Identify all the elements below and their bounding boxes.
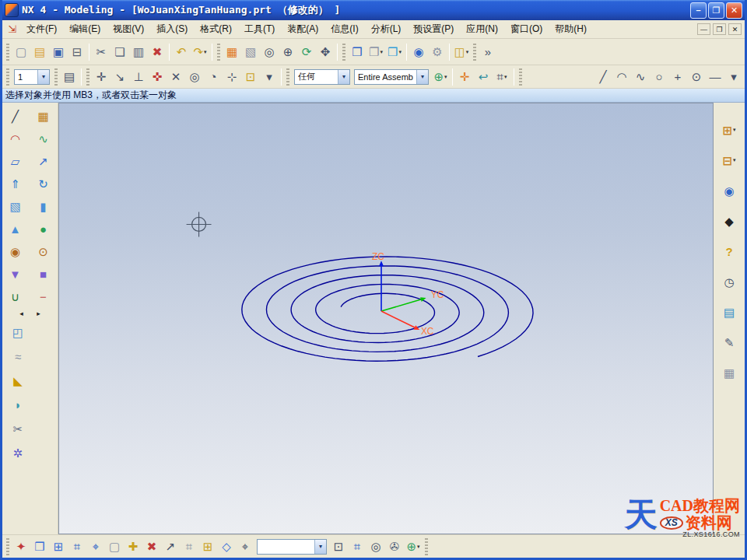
paste-icon[interactable]: ▥ xyxy=(129,43,148,61)
arc-tool-icon[interactable]: ◠ xyxy=(612,68,631,86)
open-file-icon[interactable]: ▤ xyxy=(30,43,49,61)
display-mode-icon[interactable]: ⊞ xyxy=(49,537,68,556)
toolbar-drag-handle[interactable] xyxy=(473,44,476,61)
assembly-navigator-icon[interactable]: ⊞▾ xyxy=(719,120,739,140)
grid-snap-icon[interactable]: ⌗ xyxy=(348,537,366,556)
trim-body-icon[interactable]: ✂ xyxy=(9,419,27,438)
chamfer-icon[interactable]: ◣ xyxy=(9,371,27,390)
dropdown-arrow-icon[interactable]: ▾ xyxy=(380,49,383,55)
mdi-minimize-button[interactable]: — xyxy=(697,23,710,35)
delete-object-icon[interactable]: ✖ xyxy=(142,537,161,556)
document-icon[interactable]: ⇲ xyxy=(5,23,19,37)
graphics-viewport[interactable]: ZCYCXC xyxy=(58,103,714,534)
revolve-icon[interactable]: ↻ xyxy=(33,173,54,194)
help-icon[interactable]: ? xyxy=(719,241,739,261)
orient-view-icon[interactable]: ❒▾ xyxy=(385,43,404,61)
pad-icon[interactable]: ■ xyxy=(33,264,54,284)
expand-icon[interactable]: ⊕▾ xyxy=(404,537,423,556)
toolbar-drag-handle[interactable] xyxy=(217,44,220,61)
chevron-down-icon[interactable]: ▾ xyxy=(416,70,428,84)
selection-scope-combobox[interactable]: Entire Assemb ▾ xyxy=(354,69,429,85)
polyline-tool-icon[interactable]: — xyxy=(706,68,724,86)
snap-more-icon[interactable]: ▾ xyxy=(260,68,279,86)
command-finder-icon[interactable]: ⌗▾ xyxy=(493,68,511,86)
subtract-icon[interactable]: − xyxy=(33,286,54,306)
unblank-icon[interactable]: ✚ xyxy=(124,537,142,556)
chevron-down-icon[interactable]: ▾ xyxy=(338,70,349,84)
titlebar[interactable]: NX 4 - Modeling - [WoJuanXingTanHuang.pr… xyxy=(2,0,745,20)
toolbar-drag-handle[interactable] xyxy=(519,68,522,86)
circle-tool-icon[interactable]: ○ xyxy=(650,68,668,86)
snap-point-icon[interactable]: ✛ xyxy=(92,68,110,86)
cut-icon[interactable]: ✂ xyxy=(92,43,110,61)
snap-existing-point-icon[interactable]: ⊹ xyxy=(223,68,241,86)
toolbar-drag-handle[interactable] xyxy=(54,68,58,86)
journal-icon[interactable]: ✎ xyxy=(719,332,739,352)
save-icon[interactable]: ▣ xyxy=(49,43,68,61)
history-icon[interactable]: ◷ xyxy=(719,271,739,292)
dropdown-arrow-icon[interactable]: ▾ xyxy=(444,74,447,80)
boss-icon[interactable]: ⊙ xyxy=(33,241,54,261)
shell-icon[interactable]: ◰ xyxy=(9,323,27,341)
snap-control-point-icon[interactable]: ✜ xyxy=(148,68,167,86)
shaded-view-icon[interactable]: ❒ xyxy=(348,43,366,61)
menu-window[interactable]: 窗口(O) xyxy=(504,20,549,38)
toolbar-handle[interactable] xyxy=(6,68,9,86)
more-commands-icon[interactable]: » xyxy=(479,43,497,61)
toolbar-drag-handle[interactable] xyxy=(286,68,289,86)
menu-edit[interactable]: 编辑(E) xyxy=(63,20,107,38)
information-window-icon[interactable]: ▤ xyxy=(719,302,739,322)
menu-tools[interactable]: 工具(T) xyxy=(238,20,281,38)
chevron-down-icon[interactable]: ▾ xyxy=(37,70,49,84)
pan-icon[interactable]: ✥ xyxy=(316,43,335,61)
wcs-dynamics-icon[interactable]: ✛ xyxy=(455,68,474,86)
arc-icon[interactable]: ◠ xyxy=(5,128,26,149)
toolbar-drag-handle[interactable] xyxy=(6,538,9,555)
line-icon[interactable]: ╱ xyxy=(5,106,26,126)
dropdown-arrow-icon[interactable]: ▾ xyxy=(504,74,507,80)
mdi-restore-button[interactable]: ❐ xyxy=(713,23,726,35)
ellipse-tool-icon[interactable]: ⊙ xyxy=(687,68,706,86)
transform-icon[interactable]: ↗ xyxy=(161,537,180,556)
toolbar-drag-handle[interactable] xyxy=(342,44,345,61)
toolbar-scroll-left-icon[interactable]: ◂ xyxy=(16,309,27,318)
style-icon[interactable]: ✦ xyxy=(12,537,30,556)
snap-center-icon[interactable]: ◎ xyxy=(185,68,204,86)
copy-icon[interactable]: ❏ xyxy=(110,43,129,61)
refresh-icon[interactable]: ↩ xyxy=(474,68,493,86)
menu-analysis[interactable]: 分析(L) xyxy=(365,20,408,38)
sphere-icon[interactable]: ● xyxy=(33,219,54,239)
redo-icon[interactable]: ↷▾ xyxy=(191,43,209,61)
cylinder-icon[interactable]: ▮ xyxy=(33,196,54,216)
customize-icon[interactable]: ⚙ xyxy=(428,43,447,61)
toolbar-drag-handle[interactable] xyxy=(6,44,9,61)
menu-view[interactable]: 视图(V) xyxy=(107,20,150,38)
find-icon[interactable]: ◎ xyxy=(366,537,385,556)
dropdown-arrow-icon[interactable]: ▾ xyxy=(733,127,736,133)
menu-preferences[interactable]: 预设置(P) xyxy=(407,20,460,38)
spline-tool-icon[interactable]: ∿ xyxy=(631,68,650,86)
undo-icon[interactable]: ↶ xyxy=(172,43,191,61)
unite-icon[interactable]: ∪ xyxy=(5,286,26,306)
layer-settings-icon[interactable]: ⌗ xyxy=(180,537,198,556)
menu-help[interactable]: 帮助(H) xyxy=(549,20,593,38)
dropdown-arrow-icon[interactable]: ▾ xyxy=(466,49,469,55)
zoom-in-out-icon[interactable]: ⊕ xyxy=(279,43,297,61)
dropdown-arrow-icon[interactable]: ▾ xyxy=(398,49,402,55)
window-swap-icon[interactable]: ⊡ xyxy=(329,537,348,556)
toolbar-drag-handle[interactable] xyxy=(425,538,428,555)
snap-wcs-icon[interactable]: ⊡ xyxy=(241,68,260,86)
training-icon[interactable]: ◆ xyxy=(719,211,739,231)
menu-file[interactable]: 文件(F) xyxy=(20,20,63,38)
blank-icon[interactable]: ▢ xyxy=(105,537,124,556)
type-filter-combobox[interactable]: 任何 ▾ xyxy=(294,69,350,85)
instance-icon[interactable]: ✲ xyxy=(9,443,27,462)
layer-combobox[interactable]: 1 ▾ xyxy=(14,69,50,85)
wireframe-view-icon[interactable]: ❐▾ xyxy=(366,43,385,61)
hole-icon[interactable]: ◉ xyxy=(5,241,26,261)
menu-assemblies[interactable]: 装配(A) xyxy=(281,20,324,38)
dropdown-arrow-icon[interactable]: ▾ xyxy=(417,544,420,550)
sketch-icon[interactable]: ▦ xyxy=(33,106,54,126)
web-browser-icon[interactable]: ◉ xyxy=(719,180,739,201)
snap-intersection-icon[interactable]: ✕ xyxy=(167,68,185,86)
